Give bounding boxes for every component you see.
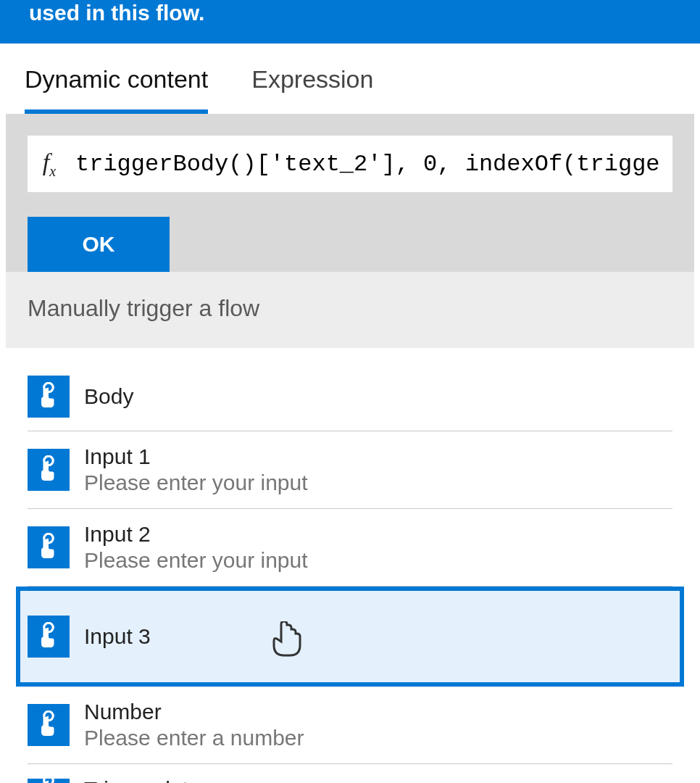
trigger-section-header: Manually trigger a flow xyxy=(6,272,694,348)
fx-icon: fx xyxy=(28,149,71,180)
item-title: Body xyxy=(84,384,133,409)
expression-input[interactable] xyxy=(71,136,672,192)
content-item-trigger-date[interactable]: Trigger date xyxy=(28,764,672,783)
tab-dynamic-content[interactable]: Dynamic content xyxy=(25,65,208,114)
item-description: Please enter a number xyxy=(84,726,304,750)
tap-icon xyxy=(28,779,70,783)
formula-bar: fx xyxy=(28,136,672,192)
pointer-cursor-icon xyxy=(271,621,303,662)
dynamic-content-list: Body Input 1 Please enter your input Inp… xyxy=(6,348,694,783)
expression-editor-area: fx OK xyxy=(6,114,694,272)
item-title: Trigger date xyxy=(84,777,201,783)
tap-icon xyxy=(28,376,70,418)
banner-text: used in this flow. xyxy=(29,1,204,25)
tab-expression[interactable]: Expression xyxy=(251,65,373,114)
content-item-input-2[interactable]: Input 2 Please enter your input xyxy=(28,509,672,587)
item-description: Please enter your input xyxy=(84,471,308,495)
tap-icon xyxy=(28,449,70,491)
info-banner: used in this flow. xyxy=(0,0,700,44)
item-title: Input 1 xyxy=(84,444,308,469)
item-title: Number xyxy=(84,700,304,724)
dynamic-content-panel: used in this flow. Dynamic content Expre… xyxy=(0,0,700,783)
tap-icon xyxy=(28,526,70,568)
tap-icon xyxy=(28,616,70,658)
item-title: Input 2 xyxy=(84,522,308,547)
content-item-body[interactable]: Body xyxy=(28,362,672,431)
item-title: Input 3 xyxy=(84,624,151,649)
content-item-input-1[interactable]: Input 1 Please enter your input xyxy=(28,431,672,509)
tab-bar: Dynamic content Expression xyxy=(0,44,700,114)
item-description: Please enter your input xyxy=(84,548,308,573)
content-item-input-3[interactable]: Input 3 xyxy=(16,587,684,687)
content-item-number[interactable]: Number Please enter a number xyxy=(28,687,672,764)
ok-button[interactable]: OK xyxy=(28,217,170,272)
tap-icon xyxy=(28,704,70,746)
